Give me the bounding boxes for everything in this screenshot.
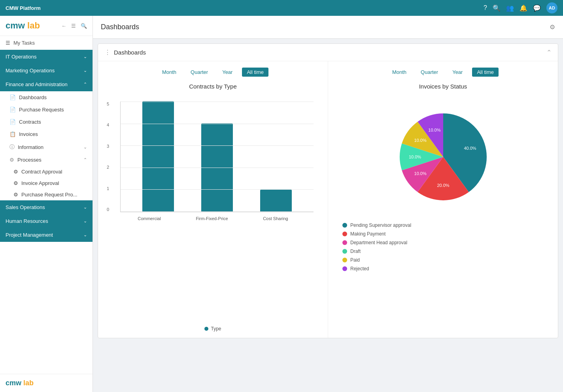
- quarter-filter-btn-2[interactable]: Quarter: [416, 68, 443, 77]
- chevron-down-icon: ⌄: [83, 54, 87, 59]
- legend-text-rejected: Rejected: [350, 266, 369, 271]
- legend-text-paid: Paid: [350, 257, 360, 263]
- doc-icon: 📄: [9, 107, 16, 113]
- help-icon[interactable]: ?: [484, 4, 487, 11]
- sidebar-item-it-operations[interactable]: IT Operations ⌄: [0, 50, 93, 64]
- sidebar-item-project-management[interactable]: Project Management ⌄: [0, 228, 93, 242]
- chevron-down-icon: ⌄: [83, 232, 87, 237]
- legend-item-rejected: Rejected: [342, 266, 552, 271]
- content: Dashboards ⚙ ⋮ Dashboards ⌃ Month: [93, 16, 563, 392]
- chat-icon[interactable]: 💬: [533, 4, 541, 12]
- sidebar-item-processes[interactable]: ⚙ Processes ⌃: [0, 154, 93, 166]
- alltime-filter-btn-2[interactable]: All time: [472, 68, 499, 77]
- page-title: Dashboards: [101, 23, 139, 31]
- logo-cmw: cmw: [6, 21, 27, 31]
- month-filter-btn-2[interactable]: Month: [387, 68, 411, 77]
- sidebar-item-contracts[interactable]: 📄 Contracts: [0, 116, 93, 128]
- finance-admin-label: Finance and Administration: [6, 81, 68, 87]
- y-label-3: 3: [107, 144, 109, 149]
- tasks-icon: ☰: [6, 40, 10, 46]
- dashboard-section: ⋮ Dashboards ⌃ Month Quarter Year All ti…: [98, 43, 558, 338]
- pie-label-3: 10.0%: [408, 155, 421, 159]
- alltime-filter-btn[interactable]: All time: [242, 68, 268, 77]
- year-filter-btn-2[interactable]: Year: [448, 68, 467, 77]
- legend-item-making-payment: Making Payment: [342, 231, 552, 237]
- bar-label-cost-sharing: Cost Sharing: [263, 216, 288, 221]
- pie-label-4: 10.0%: [414, 138, 426, 143]
- chevron-down-icon: ⌄: [83, 68, 87, 73]
- legend-dot-paid: [342, 258, 347, 262]
- bar-commercial: [142, 101, 174, 212]
- bell-icon[interactable]: 🔔: [520, 4, 527, 12]
- sidebar-item-my-tasks[interactable]: ☰ My Tasks: [0, 36, 93, 50]
- doc-icon: 📄: [9, 94, 16, 100]
- sidebar-item-dashboards[interactable]: 📄 Dashboards: [0, 91, 93, 104]
- pie-legend: Pending Supervisor approval Making Payme…: [334, 222, 552, 271]
- table-icon: 📋: [9, 131, 16, 137]
- legend-text-draft: Draft: [350, 249, 361, 254]
- topbar-icons: ? 🔍 👥 🔔 💬 AD: [484, 2, 557, 13]
- invoice-approval-label: Invoice Approval: [21, 180, 59, 186]
- doc-icon: 📄: [9, 119, 16, 125]
- y-label-1: 1: [107, 186, 109, 191]
- sidebar-item-marketing-operations[interactable]: Marketing Operations ⌄: [0, 64, 93, 77]
- dashboards-label: Dashboards: [19, 94, 47, 100]
- sidebar-item-contract-approval[interactable]: ⚙ Contract Approval: [0, 166, 93, 177]
- content-header: Dashboards ⚙: [93, 16, 563, 39]
- bar-cost-sharing: [260, 190, 292, 212]
- sidebar-item-human-resources[interactable]: Human Resources ⌄: [0, 214, 93, 228]
- bar-labels-row: Commercial Firm-Fixed-Price Cost Sharing: [120, 214, 314, 221]
- process-icon: ⚙: [13, 169, 18, 175]
- chevron-up-icon: ⌃: [83, 157, 87, 162]
- invoices-chart-title: Invoices by Status: [334, 83, 552, 90]
- process-icon: ⚙: [9, 157, 14, 163]
- dashboard-area: ⋮ Dashboards ⌃ Month Quarter Year All ti…: [93, 39, 563, 392]
- time-filters-2: Month Quarter Year All time: [334, 68, 552, 77]
- sidebar-item-purchase-requests[interactable]: 📄 Purchase Requests: [0, 104, 93, 116]
- sidebar-item-purchase-request-pro[interactable]: ⚙ Purchase Request Pro...: [0, 189, 93, 200]
- sidebar-item-finance-admin[interactable]: Finance and Administration ⌃: [0, 77, 93, 91]
- pie-label-5: 10.0%: [428, 128, 440, 132]
- pie-chart-svg: 40.0%20.0%10.0%10.0%10.0%10.0%: [392, 106, 495, 208]
- logo-lab: lab: [27, 21, 40, 31]
- my-tasks-label: My Tasks: [13, 40, 35, 46]
- quarter-filter-btn[interactable]: Quarter: [186, 68, 213, 77]
- contracts-chart-panel: Month Quarter Year All time Contracts by…: [98, 61, 328, 338]
- process-icon: ⚙: [13, 180, 18, 186]
- chevron-down-icon: ⌄: [83, 219, 87, 224]
- purchase-request-pro-label: Purchase Request Pro...: [21, 192, 77, 198]
- contracts-label: Contracts: [19, 119, 41, 125]
- app-title: CMW Platform: [6, 5, 41, 11]
- avatar[interactable]: AD: [546, 2, 557, 13]
- search-sidebar-icon[interactable]: 🔍: [81, 23, 87, 29]
- gear-icon[interactable]: ⚙: [550, 23, 555, 31]
- sidebar-item-sales-operations[interactable]: Sales Operations ⌄: [0, 200, 93, 214]
- footer-logo-cmw: cmw: [6, 379, 23, 387]
- y-label-0: 0: [107, 207, 109, 212]
- month-filter-btn[interactable]: Month: [157, 68, 181, 77]
- legend-dot-dept-head: [342, 240, 347, 245]
- bar-commercial-rect: [142, 101, 174, 212]
- legend-dot-type: [204, 327, 208, 331]
- sidebar-item-invoice-approval[interactable]: ⚙ Invoice Approval: [0, 177, 93, 189]
- pie-chart-container: 40.0%20.0%10.0%10.0%10.0%10.0%: [334, 106, 552, 208]
- purchase-requests-label: Purchase Requests: [19, 107, 64, 113]
- sidebar-item-information[interactable]: ⓘ Information ⌄: [0, 140, 93, 154]
- y-label-2: 2: [107, 165, 109, 170]
- legend-text-making-payment: Making Payment: [350, 231, 385, 237]
- bar-chart-container: 0 1 2 3 4 5: [104, 98, 321, 318]
- collapse-icon[interactable]: ⌃: [546, 49, 552, 56]
- sidebar-item-invoices[interactable]: 📋 Invoices: [0, 128, 93, 140]
- legend-item-pending: Pending Supervisor approval: [342, 222, 552, 228]
- bar-firm-fixed: [201, 123, 233, 212]
- list-icon[interactable]: ☰: [71, 23, 76, 29]
- search-icon[interactable]: 🔍: [493, 4, 501, 12]
- process-icon: ⚙: [13, 192, 18, 198]
- drag-handle-icon[interactable]: ⋮: [104, 49, 111, 56]
- legend-text-pending: Pending Supervisor approval: [350, 222, 411, 228]
- users-icon[interactable]: 👥: [506, 4, 514, 12]
- year-filter-btn[interactable]: Year: [217, 68, 237, 77]
- sidebar-header: cmw lab ← ☰ 🔍: [0, 16, 93, 36]
- chevron-up-icon: ⌃: [83, 82, 87, 87]
- back-icon[interactable]: ←: [61, 23, 66, 29]
